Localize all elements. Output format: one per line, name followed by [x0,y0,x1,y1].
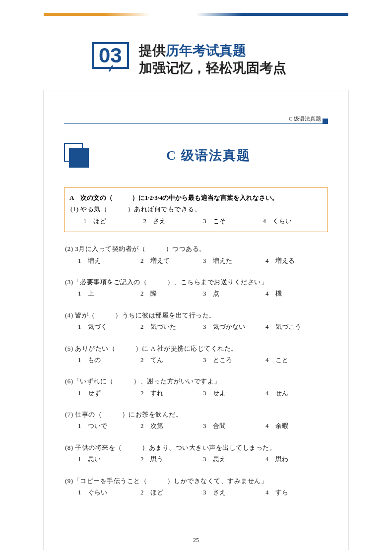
question-block: (5) ありがたい（ ）に A 社が提携に応じてくれた。1 もの2 てん3 とこ… [64,343,328,366]
top-gradient-bar [44,13,348,16]
choice-option: 4 余暇 [265,420,328,431]
choice-option: 1 ほど [83,215,143,227]
choice-option: 3 合間 [203,420,265,431]
choice-row: 1 気づく2 気づいた3 気づかない4 気づこう [64,321,328,332]
question-block: (7) 仕事の（ ）にお茶を飲んだ。1 ついで2 次第3 合間4 余暇 [64,409,328,432]
section-number-box: 03 [92,42,129,69]
choice-row: 1 もの2 てん3 ところ4 こと [64,354,328,366]
question-text: (4) 皆が（ ）うちに彼は部屋を出て行った。 [64,309,328,321]
choice-option: 3 思え [203,453,265,465]
choice-option: 1 ぐらい [78,487,140,498]
choice-option: 3 点 [203,288,265,299]
page-title: C 级语法真题 [89,147,328,164]
choice-row: 1 ついで2 次第3 合間4 余暇 [64,420,328,431]
question-block: (2) 3月に入って契約者が（ ）つつある。1 増え2 増えて3 増えた4 増え… [64,243,328,266]
choice-option: 3 気づかない [203,321,265,332]
choice-option: 1 気づく [78,321,140,332]
page-number: 25 [44,537,348,544]
choice-row: 1 せず2 すれ3 せよ4 せん [64,387,328,399]
choice-option: 2 ほど [140,487,203,498]
question-text: (8) 子供の将来を（ ）あまり、つい大きい声を出してしまった。 [64,442,328,453]
question-block: (8) 子供の将来を（ ）あまり、つい大きい声を出してしまった。1 思い2 思う… [64,442,328,465]
choice-option: 1 増え [78,255,140,266]
section-line1-highlight: 历年考试真题 [166,43,246,58]
choice-option: 4 機 [265,288,328,299]
section-title: 提供历年考试真题 加强记忆，轻松巩固考点 [139,42,286,77]
choice-option: 3 増えた [203,255,265,266]
choice-option: 2 すれ [140,387,203,399]
choice-row: 1 上2 際3 点4 機 [64,288,328,299]
choice-option: 4 増える [265,255,328,266]
running-head-square-icon [323,119,328,124]
section-line1-prefix: 提供 [139,43,166,58]
question-block: (6)「いずれに（ ）、謝った方がいいですよ」1 せず2 すれ3 せよ4 せん [64,375,328,399]
page-title-row: C 级语法真题 [64,143,328,168]
page-frame: C 级语法真题 C 级语法真题 A 次の文の（ ）に1·2·3·4の中から最も適… [44,90,348,550]
choice-row: 1 ほど 2 さえ 3 こそ 4 くらい [69,215,323,227]
choice-option: 2 増えて [140,255,203,266]
choice-option: 3 せよ [203,387,265,399]
questions-container: (2) 3月に入って契約者が（ ）つつある。1 増え2 増えて3 増えた4 増え… [64,243,328,498]
question-text: (1) やる気（ ）あれば何でもできる。 [69,203,323,215]
choice-option: 4 こと [265,354,328,366]
choice-option: 1 せず [78,387,140,399]
choice-option: 4 くらい [263,215,323,227]
choice-option: 2 際 [140,288,203,299]
section-header: 03 提供历年考试真题 加强记忆，轻松巩固考点 [92,42,286,77]
layered-squares-icon [64,143,89,168]
choice-option: 4 思わ [265,453,328,465]
question-text: (2) 3月に入って契約者が（ ）つつある。 [64,243,328,254]
choice-option: 3 ところ [203,354,265,366]
choice-option: 2 思う [140,453,203,465]
section-instruction: A 次の文の（ ）に1·2·3·4の中から最も適当な言葉を入れなさい。 [69,192,323,203]
question-text: (5) ありがたい（ ）に A 社が提携に応じてくれた。 [64,343,328,354]
question-text: (3)「必要事項をご記入の（ ）、こちらまでお送りください」 [64,276,328,288]
choice-option: 4 せん [265,387,328,399]
running-head-text: C 级语法真题 [289,115,321,122]
question-block: (3)「必要事項をご記入の（ ）、こちらまでお送りください」1 上2 際3 点4… [64,276,328,300]
choice-option: 3 こそ [203,215,263,227]
section-number: 03 [99,44,122,67]
question-highlight-box: A 次の文の（ ）に1·2·3·4の中から最も適当な言葉を入れなさい。 (1) … [64,187,328,232]
question-text: (9)「コピーを手伝うこと（ ）しかできなくて、すみません」 [64,475,328,487]
choice-option: 2 さえ [143,215,203,227]
running-head: C 级语法真题 [64,115,328,124]
question-block: (9)「コピーを手伝うこと（ ）しかできなくて、すみません」1 ぐらい2 ほど3… [64,475,328,498]
choice-option: 2 てん [140,354,203,366]
choice-option: 1 もの [78,354,140,366]
question-text: (7) 仕事の（ ）にお茶を飲んだ。 [64,409,328,420]
choice-option: 4 気づこう [265,321,328,332]
choice-row: 1 ぐらい2 ほど3 さえ4 すら [64,487,328,498]
choice-option: 1 ついで [78,420,140,431]
choice-row: 1 思い2 思う3 思え4 思わ [64,453,328,465]
choice-option: 4 すら [265,487,328,498]
choice-option: 2 気づいた [140,321,203,332]
choice-option: 3 さえ [203,487,265,498]
choice-option: 2 次第 [140,420,203,431]
section-line2: 加强记忆，轻松巩固考点 [139,61,286,75]
choice-row: 1 増え2 増えて3 増えた4 増える [64,255,328,266]
choice-option: 1 上 [78,288,140,299]
choice-option: 1 思い [78,453,140,465]
question-block: (4) 皆が（ ）うちに彼は部屋を出て行った。1 気づく2 気づいた3 気づかな… [64,309,328,333]
question-text: (6)「いずれに（ ）、謝った方がいいですよ」 [64,375,328,387]
